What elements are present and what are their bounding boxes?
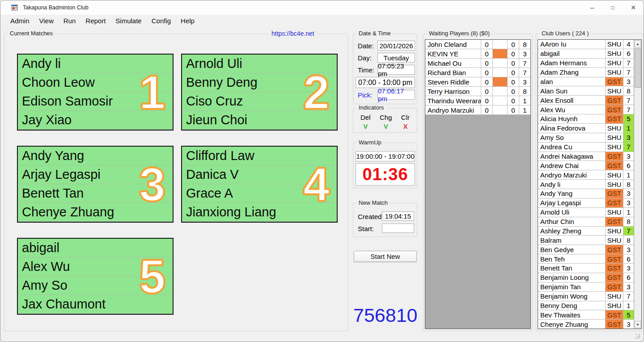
maximize-button[interactable]: □ [602, 0, 623, 15]
start-new-button[interactable]: Start New [354, 251, 417, 262]
table-row[interactable]: John Cleland008 [425, 40, 530, 49]
close-button[interactable]: ✕ [623, 0, 644, 15]
match-panel-5[interactable]: abigailAlex WuAmy SoJax Chaumont5 [17, 238, 174, 315]
day-field[interactable]: Tuesday [377, 53, 415, 63]
table-row[interactable]: Benny DengSHU1 [538, 301, 634, 311]
club-user-name: Ben Teh [538, 254, 606, 263]
table-row[interactable]: Andrew ChaiGST6 [538, 161, 634, 170]
scrollbar-thumb[interactable] [635, 48, 641, 88]
table-row[interactable]: Ashley ZhengSHU7 [538, 227, 634, 236]
table-row[interactable]: Terry Harrison008 [425, 87, 530, 96]
table-row[interactable]: Alan SunSHU8 [538, 86, 634, 96]
waiting-players-table: John Cleland008KEVIN YE003Michael Ou007R… [425, 39, 531, 329]
match-panel-2[interactable]: Arnold UliBenny DengCiso CruzJieun Choi2 [181, 54, 338, 131]
menu-item-view[interactable]: View [34, 15, 59, 26]
indicator-label: Del [360, 114, 371, 121]
table-row[interactable]: Benjamin TanGST3 [538, 283, 634, 292]
table-row[interactable]: Andrea CuSHU7 [538, 143, 634, 152]
waiting-col-1: 0 [481, 87, 493, 96]
waiting-col-1: 0 [481, 77, 493, 86]
table-row[interactable]: Alex EnsollGST7 [538, 96, 634, 105]
club-user-name: Benjamin Loong [538, 273, 606, 282]
table-row[interactable]: Benett TanGST3 [538, 264, 634, 273]
waiting-col-3: 8 [519, 87, 530, 96]
club-user-name: Alex Wu [538, 105, 606, 114]
table-row[interactable]: Michael Ou007 [425, 59, 530, 68]
club-user-name: Balram [538, 236, 606, 245]
indicator-clr: ClrX [401, 114, 410, 130]
club-user-type-badge: SHU [606, 236, 623, 245]
table-row[interactable]: abigailSHU6 [538, 49, 634, 59]
waiting-col-1: 0 [481, 40, 493, 49]
club-user-name: Arnold Uli [538, 208, 606, 217]
club-user-number: 7 [623, 105, 634, 114]
scroll-down-icon[interactable]: ▼ [635, 321, 641, 328]
club-user-name: Alan Sun [538, 86, 606, 95]
table-row[interactable]: Ben GedyeGST3 [538, 245, 634, 254]
time-field[interactable]: 07:05:23 pm [377, 65, 415, 75]
table-row[interactable]: Adam HermansSHU7 [538, 59, 634, 68]
table-row[interactable]: alanGST3 [538, 77, 634, 87]
created-field[interactable]: 19:04:15 [382, 211, 414, 221]
table-row[interactable]: Andrei NakagawaGST3 [538, 152, 634, 161]
club-user-number: 7 [623, 143, 634, 152]
club-user-number: 6 [623, 254, 634, 263]
waiting-player-name: Tharindu Weeraratne [425, 96, 481, 105]
menu-item-report[interactable]: Report [80, 15, 110, 26]
waiting-col-2: 0 [508, 77, 519, 86]
table-row[interactable]: Alina FedorovaSHU1 [538, 124, 634, 133]
menu-item-simulate[interactable]: Simulate [110, 15, 146, 26]
table-row[interactable]: Steven Riddle003 [425, 77, 530, 87]
table-row[interactable]: AAron IuSHU4 [538, 40, 634, 49]
scroll-up-icon[interactable]: ▲ [635, 40, 641, 47]
table-row[interactable]: Arnold UliSHU1 [538, 208, 634, 217]
club-user-number: 7 [623, 68, 634, 77]
table-row[interactable]: Bev ThwaitesGST5 [538, 310, 634, 320]
table-row[interactable]: Chenye ZhuangGST3 [538, 320, 634, 329]
table-row[interactable]: Andy liSHU8 [538, 180, 634, 189]
table-row[interactable]: Ben TehGST6 [538, 254, 634, 264]
table-row[interactable]: Benjamin WongSHU7 [538, 292, 634, 301]
waiting-col-1: 0 [481, 106, 493, 114]
date-field[interactable]: 20/01/2026 [377, 41, 415, 51]
table-row[interactable]: Andryo Marzuki001 [425, 106, 530, 115]
warmup-range-field: 19:00:00 - 19:07:00 [356, 151, 415, 161]
app-window: Takapuna Badminton Club ─ □ ✕ AdminViewR… [0, 0, 644, 342]
table-row[interactable]: Richard Bian007 [425, 68, 530, 77]
match-panel-3[interactable]: Andy YangArjay LegaspiBenett TanChenye Z… [17, 146, 174, 223]
pick-time-field[interactable]: 07:06:17 pm [377, 90, 415, 100]
table-row[interactable]: BalramSHU8 [538, 236, 634, 245]
table-row[interactable]: Alicia HuynhGST5 [538, 114, 634, 124]
match-number: 2 [303, 68, 330, 116]
menu-item-config[interactable]: Config [147, 15, 176, 26]
table-row[interactable]: Andy YangGST3 [538, 189, 634, 198]
resize-grip[interactable] [636, 334, 641, 339]
table-row[interactable]: Amy SoSHU3 [538, 133, 634, 143]
waiting-col-2: 0 [508, 49, 519, 58]
club-user-name: Andrew Chai [538, 161, 606, 170]
club-website-link[interactable]: https://bc4e.net [269, 30, 317, 37]
table-row[interactable]: Andryo MarzukiSHU1 [538, 170, 634, 180]
table-row[interactable]: Tharindu Weeraratne001 [425, 96, 530, 106]
waiting-flag-cell [493, 68, 508, 77]
club-users-scrollbar[interactable]: ▲ ▼ [634, 40, 641, 329]
table-row[interactable]: Adam ZhangSHU7 [538, 68, 634, 77]
table-row[interactable]: Alex WuGST7 [538, 105, 634, 114]
club-user-name: Benjamin Wong [538, 292, 606, 301]
menu-item-admin[interactable]: Admin [5, 15, 34, 26]
start-field[interactable] [382, 224, 414, 233]
club-user-number: 3 [623, 283, 634, 291]
waiting-col-3: 3 [519, 77, 530, 86]
match-panel-4[interactable]: Clifford LawDanica VGrace AJianxiong Lia… [181, 146, 338, 223]
table-row[interactable]: Arjay LegaspiGST3 [538, 198, 634, 208]
match-panel-1[interactable]: Andy liChoon LeowEdison SamosirJay Xiao1 [17, 54, 174, 131]
minimize-button[interactable]: ─ [582, 0, 602, 15]
waiting-col-2: 0 [508, 68, 519, 77]
menu-item-run[interactable]: Run [59, 15, 81, 26]
session-hours-field[interactable]: 07:00 - 10:00 pm [356, 77, 415, 88]
table-row[interactable]: Benjamin LoongGST6 [538, 273, 634, 283]
club-user-number: 3 [623, 152, 634, 161]
menu-item-help[interactable]: Help [176, 15, 199, 26]
table-row[interactable]: KEVIN YE003 [425, 49, 530, 59]
table-row[interactable]: Arthur ChinGST8 [538, 217, 634, 227]
